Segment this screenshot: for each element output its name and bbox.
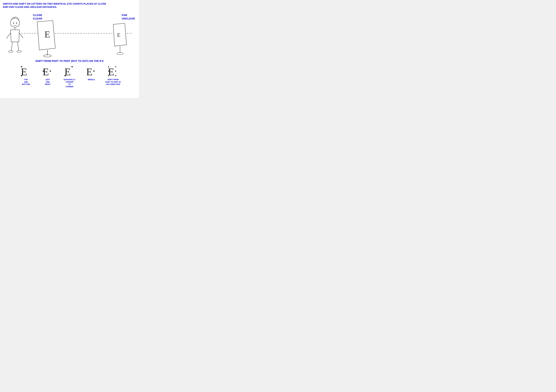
svg-point-29 — [108, 75, 109, 76]
scene-area: CLOSE CLEAR FAR UNCLEAR — [3, 10, 136, 59]
svg-point-28 — [115, 71, 116, 72]
main-page: SWITCH AND SHIFT ON LETTERS ON TWO IDENT… — [0, 0, 139, 98]
svg-text:E: E — [45, 29, 50, 39]
svg-text:E: E — [43, 66, 49, 77]
svg-point-20 — [71, 66, 73, 67]
e-svg-all-parts: E — [106, 65, 120, 78]
e-item-all-parts: E SHIFT FROMPART TO PART INANY DIRECTION — [104, 65, 122, 85]
shift-instruction: SHIFT FROM PART TO PART (DOT TO DOT) ON … — [3, 60, 136, 62]
e-svg-left-right: E — [41, 65, 55, 78]
svg-point-2 — [13, 23, 14, 23]
svg-point-5 — [8, 51, 13, 52]
svg-point-6 — [17, 51, 21, 52]
svg-point-18 — [50, 70, 51, 72]
svg-point-27 — [108, 71, 109, 72]
svg-text:E: E — [86, 66, 93, 77]
svg-point-26 — [115, 66, 116, 67]
e-label-middle: MIDDLE — [88, 78, 95, 81]
svg-text:E: E — [117, 32, 120, 38]
svg-point-3 — [16, 23, 17, 23]
e-label-all-parts: SHIFT FROMPART TO PART INANY DIRECTION — [105, 78, 121, 85]
e-svg-middle: E — [84, 65, 98, 78]
e-svg-top-bottom: E — [19, 65, 33, 78]
svg-point-17 — [43, 70, 44, 72]
e-item-left-right: E LEFTANDRIGHT — [39, 65, 57, 85]
e-label-diagonal: DIAGONALLYCORNERTOCORNER — [64, 78, 75, 88]
e-demonstrations-row: E TOPANDBOTTOM E LEFTANDRI — [3, 65, 136, 88]
e-item-top-bottom: E TOPANDBOTTOM — [17, 65, 35, 85]
e-svg-diagonal: E — [62, 65, 77, 78]
page-title: SWITCH AND SHIFT ON LETTERS ON TWO IDENT… — [3, 2, 136, 8]
svg-point-14 — [21, 66, 22, 67]
svg-point-15 — [21, 75, 22, 76]
svg-point-21 — [64, 75, 66, 76]
svg-point-25 — [108, 66, 109, 67]
scene-svg: E E — [3, 10, 136, 59]
e-item-middle: E MIDDLE — [82, 65, 100, 81]
svg-point-23 — [93, 70, 94, 72]
svg-point-30 — [115, 75, 116, 76]
e-label-left-right: LEFTANDRIGHT — [45, 78, 51, 85]
e-label-top-bottom: TOPANDBOTTOM — [22, 78, 30, 85]
e-item-diagonal: E DIAGONALLYCORNERTOCORNER — [61, 65, 78, 88]
